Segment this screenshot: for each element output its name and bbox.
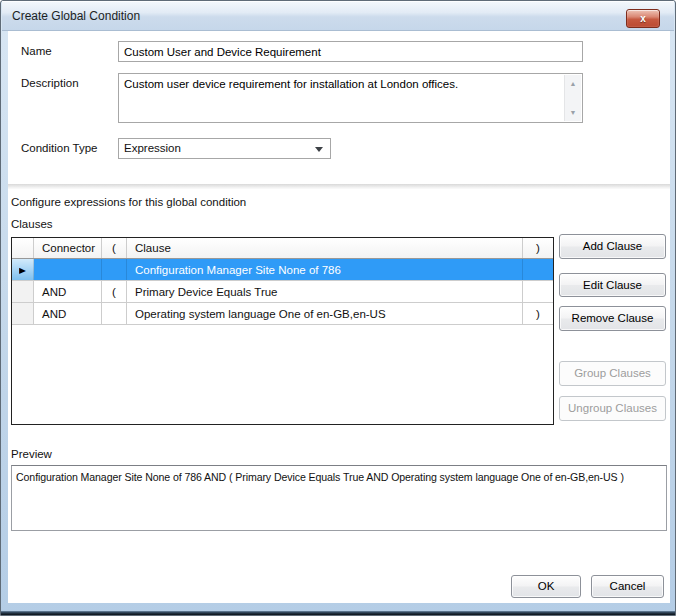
clauses-table: Connector ( Clause ) ▶ Configuration Man…: [11, 237, 554, 425]
description-text: Custom user device requirement for insta…: [124, 77, 560, 91]
description-input[interactable]: Custom user device requirement for insta…: [118, 73, 583, 123]
clauses-label: Clauses: [11, 218, 53, 230]
condition-type-label: Condition Type: [21, 142, 98, 154]
description-label: Description: [21, 77, 79, 89]
header-connector: Connector: [34, 238, 102, 258]
cell-open-paren: [102, 259, 127, 280]
cell-open-paren: (: [102, 281, 127, 302]
remove-clause-button[interactable]: Remove Clause: [559, 306, 666, 331]
current-row-arrow-icon: ▶: [19, 265, 26, 274]
table-row[interactable]: ▶ Configuration Manager Site None of 786: [12, 259, 553, 281]
row-selector[interactable]: ▶: [12, 259, 34, 280]
cell-clause: Primary Device Equals True: [127, 281, 523, 302]
cell-close-paren: [523, 259, 553, 280]
header-open-paren: (: [102, 238, 127, 258]
chevron-down-icon: [315, 147, 323, 152]
close-icon[interactable]: x: [626, 9, 660, 28]
name-input[interactable]: [118, 41, 583, 62]
header-close-paren: ): [523, 238, 553, 258]
table-row[interactable]: AND Operating system language One of en-…: [12, 303, 553, 325]
cell-clause: Configuration Manager Site None of 786: [127, 259, 523, 280]
cell-close-paren: ): [523, 303, 553, 324]
preview-box: Configuration Manager Site None of 786 A…: [11, 465, 667, 531]
cell-connector: AND: [34, 281, 102, 302]
ok-button[interactable]: OK: [511, 575, 581, 598]
scroll-up-icon[interactable]: ▲: [565, 76, 581, 91]
window-title: Create Global Condition: [12, 9, 140, 23]
cell-connector: [34, 259, 102, 280]
cancel-button[interactable]: Cancel: [591, 575, 664, 598]
group-clauses-button: Group Clauses: [559, 361, 666, 386]
scroll-down-icon[interactable]: ▼: [565, 105, 581, 120]
create-global-condition-dialog: Create Global Condition x Name Descripti…: [0, 0, 676, 616]
cell-clause: Operating system language One of en-GB,e…: [127, 303, 523, 324]
title-bar[interactable]: Create Global Condition x: [2, 1, 674, 31]
preview-text: Configuration Manager Site None of 786 A…: [16, 471, 664, 483]
header-row-selector: [12, 238, 34, 258]
condition-type-value: Expression: [124, 142, 181, 154]
header-clause: Clause: [127, 238, 523, 258]
ungroup-clauses-button: Ungroup Clauses: [559, 396, 666, 421]
clauses-table-header: Connector ( Clause ): [12, 238, 553, 259]
cell-close-paren: [523, 281, 553, 302]
condition-type-dropdown[interactable]: Expression: [118, 138, 331, 159]
cell-open-paren: [102, 303, 127, 324]
cell-connector: AND: [34, 303, 102, 324]
dialog-content: Name Description Custom user device requ…: [8, 31, 670, 603]
section-separator: [8, 184, 670, 189]
configure-expressions-label: Configure expressions for this global co…: [11, 196, 246, 208]
row-selector[interactable]: [12, 303, 34, 324]
row-selector[interactable]: [12, 281, 34, 302]
name-label: Name: [21, 45, 52, 57]
description-scrollbar[interactable]: ▲ ▼: [564, 75, 581, 121]
table-row[interactable]: AND ( Primary Device Equals True: [12, 281, 553, 303]
add-clause-button[interactable]: Add Clause: [559, 234, 666, 259]
preview-label: Preview: [11, 448, 52, 460]
edit-clause-button[interactable]: Edit Clause: [559, 273, 666, 297]
